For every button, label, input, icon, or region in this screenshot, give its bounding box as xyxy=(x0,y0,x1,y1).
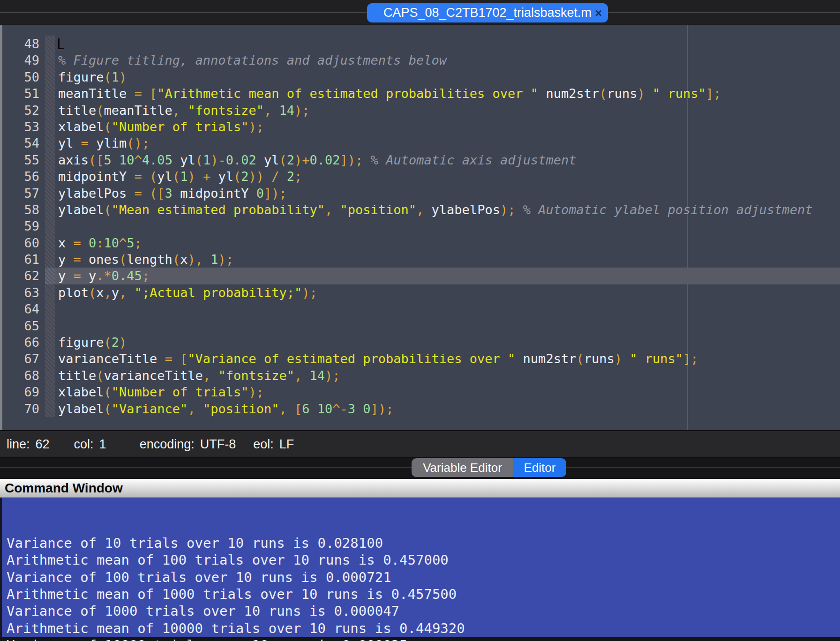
line-number: 70 xyxy=(0,401,45,417)
panel-tab-editor[interactable]: Editor xyxy=(513,458,566,477)
code-line[interactable]: 56midpointY = (yl(1) + yl(2)) / 2; xyxy=(0,168,840,185)
gutter-margin xyxy=(45,218,55,234)
line-number: 58 xyxy=(0,201,45,218)
line-number: 66 xyxy=(0,334,45,350)
code-lines: 4849% Figure titling, annotations and ad… xyxy=(0,36,840,417)
code-text: meanTitle = ["Arithmetic mean of estimat… xyxy=(55,85,840,102)
code-line[interactable]: 69xlabel("Number of trials"); xyxy=(0,384,840,400)
panel-tab-variable-editor[interactable]: Variable Editor xyxy=(412,458,513,477)
line-number: 55 xyxy=(0,152,45,168)
command-window[interactable]: Variance of 10 trials over 10 runs is 0.… xyxy=(0,498,840,637)
line-number: 62 xyxy=(0,268,45,284)
code-line[interactable]: 51meanTitle = ["Arithmetic mean of estim… xyxy=(0,85,840,102)
line-number: 59 xyxy=(0,218,45,234)
code-text: % Figure titling, annotations and adjust… xyxy=(55,52,840,68)
line-number: 60 xyxy=(0,235,45,251)
code-text: ylabel("Variance", "position", [6 10^-3 … xyxy=(55,401,840,417)
code-line[interactable]: 63plot(x,y, ";Actual probability;"); xyxy=(0,284,840,301)
line-number: 56 xyxy=(0,168,45,185)
code-text: varianceTitle = ["Variance of estimated … xyxy=(55,350,840,367)
gutter-margin xyxy=(45,135,55,151)
line-number: 53 xyxy=(0,119,45,135)
status-label: eol: xyxy=(253,437,274,452)
code-line[interactable]: 52title(meanTitle, "fontsize", 14); xyxy=(0,102,840,119)
code-text: figure(1) xyxy=(55,69,840,85)
gutter-margin xyxy=(45,268,55,284)
code-text: figure(2) xyxy=(55,334,840,350)
line-number: 67 xyxy=(0,350,45,367)
code-text: title(meanTitle, "fontsize", 14); xyxy=(55,102,840,119)
code-line[interactable]: 59 xyxy=(0,218,840,234)
command-output-line: Variance of 100 trials over 10 runs is 0… xyxy=(7,569,840,586)
code-line[interactable]: 61y = ones(length(x), 1); xyxy=(0,251,840,268)
status-item: encoding:UTF-8 xyxy=(140,437,236,452)
code-line[interactable]: 62y = y.*0.45; xyxy=(0,268,840,284)
status-value: LF xyxy=(279,437,294,452)
line-number: 54 xyxy=(0,135,45,151)
line-number: 57 xyxy=(0,185,45,201)
code-text xyxy=(55,318,840,334)
code-text: y = ones(length(x), 1); xyxy=(55,251,840,268)
line-number: 63 xyxy=(0,284,45,301)
line-number: 50 xyxy=(0,69,45,85)
code-line[interactable]: 54yl = ylim(); xyxy=(0,135,840,151)
line-number: 52 xyxy=(0,102,45,119)
code-line[interactable]: 48 xyxy=(0,36,840,52)
gutter-margin xyxy=(45,185,55,201)
status-label: line: xyxy=(7,437,30,452)
code-line[interactable]: 49% Figure titling, annotations and adju… xyxy=(0,52,840,68)
line-number: 68 xyxy=(0,367,45,384)
code-text: xlabel("Number of trials"); xyxy=(55,384,840,400)
panel-tab-strip: Variable EditorEditor xyxy=(0,458,840,479)
command-output-line: Arithmetic mean of 100 trials over 10 ru… xyxy=(7,552,840,568)
command-output-line: Variance of 1000 trials over 10 runs is … xyxy=(7,603,840,619)
code-line[interactable]: 64 xyxy=(0,301,840,317)
tab-file[interactable]: CAPS_08_C2TB1702_trialsbasket.m × xyxy=(367,3,608,22)
code-line[interactable]: 60x = 0:10^5; xyxy=(0,235,840,251)
gutter-margin xyxy=(45,350,55,367)
octave-ide-window: CAPS_08_C2TB1702_trialsbasket.m × 4849% … xyxy=(0,0,840,641)
command-window-title: Command Window xyxy=(5,481,123,496)
code-line[interactable]: 58ylabel("Mean estimated probability", "… xyxy=(0,201,840,218)
command-window-header: Command Window xyxy=(0,479,840,498)
code-line[interactable]: 65 xyxy=(0,318,840,334)
status-value: 1 xyxy=(99,437,106,452)
code-text xyxy=(55,36,840,52)
status-label: encoding: xyxy=(140,437,195,452)
code-text: yl = ylim(); xyxy=(55,135,840,151)
code-line[interactable]: 68title(varianceTitle, "fontsize", 14); xyxy=(0,367,840,384)
gutter-margin xyxy=(45,168,55,185)
gutter-margin xyxy=(45,201,55,218)
status-item: line:62 xyxy=(7,437,50,452)
status-label: col: xyxy=(74,437,94,452)
code-text xyxy=(55,301,840,317)
close-icon[interactable]: × xyxy=(595,7,602,19)
gutter-margin xyxy=(45,52,55,68)
line-number: 51 xyxy=(0,85,45,102)
code-line[interactable]: 70ylabel("Variance", "position", [6 10^-… xyxy=(0,401,840,417)
code-line[interactable]: 55axis([5 10^4.05 yl(1)-0.02 yl(2)+0.02]… xyxy=(0,152,840,168)
code-text: x = 0:10^5; xyxy=(55,235,840,251)
code-text: ylabelPos = ([3 midpointY 0]); xyxy=(55,185,840,201)
code-text: y = y.*0.45; xyxy=(55,268,840,284)
editor-tab-bar: CAPS_08_C2TB1702_trialsbasket.m × xyxy=(0,0,840,24)
gutter-margin xyxy=(45,119,55,135)
code-text: xlabel("Number of trials"); xyxy=(55,119,840,135)
status-item: col:1 xyxy=(74,437,106,452)
code-text: axis([5 10^4.05 yl(1)-0.02 yl(2)+0.02]);… xyxy=(55,152,840,168)
gutter-margin xyxy=(45,284,55,301)
code-line[interactable]: 53xlabel("Number of trials"); xyxy=(0,119,840,135)
command-output-line: Arithmetic mean of 10000 trials over 10 … xyxy=(7,620,840,637)
code-editor[interactable]: 4849% Figure titling, annotations and ad… xyxy=(0,24,840,430)
code-line[interactable]: 67varianceTitle = ["Variance of estimate… xyxy=(0,350,840,367)
code-text: ylabel("Mean estimated probability", "po… xyxy=(55,201,840,218)
gutter-margin xyxy=(45,401,55,417)
status-value: 62 xyxy=(36,437,50,452)
code-text: plot(x,y, ";Actual probability;"); xyxy=(55,284,840,301)
code-text: title(varianceTitle, "fontsize", 14); xyxy=(55,367,840,384)
code-line[interactable]: 66figure(2) xyxy=(0,334,840,350)
code-line[interactable]: 50figure(1) xyxy=(0,69,840,85)
text-cursor-mark xyxy=(58,38,64,49)
line-number: 61 xyxy=(0,251,45,268)
code-line[interactable]: 57ylabelPos = ([3 midpointY 0]); xyxy=(0,185,840,201)
